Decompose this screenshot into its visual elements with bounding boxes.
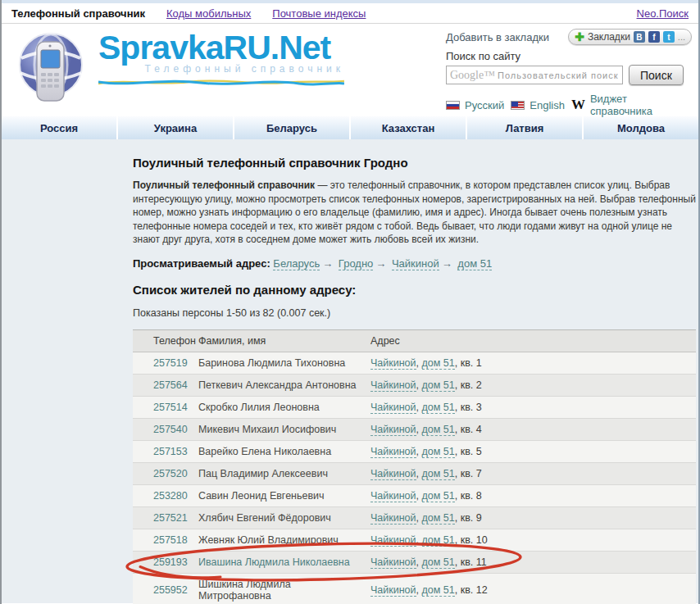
street-link[interactable]: Чайкиной <box>370 357 416 370</box>
table-row: 253280Савин Леонид ЕвгеньевичЧайкиной, д… <box>133 484 696 506</box>
apartment-text: , кв. 10 <box>455 534 488 546</box>
apartment-text: , кв. 9 <box>455 512 482 524</box>
globe-phone-icon <box>10 30 93 106</box>
house-link[interactable]: дом 51 <box>422 357 455 370</box>
page: Телефонный справочник Коды мобильных Поч… <box>0 0 700 604</box>
bookmarks-button-label: Закладки <box>588 31 630 43</box>
phone-link[interactable]: 257153 <box>153 446 188 457</box>
apartment-text: , кв. 3 <box>455 402 482 413</box>
street-link[interactable]: Чайкиной <box>370 512 416 525</box>
neo-search-link[interactable]: Neo.Поиск <box>637 7 689 20</box>
logo-wave-decoration <box>98 76 344 88</box>
phone-link[interactable]: 259193 <box>153 556 188 568</box>
phone-link[interactable]: 257564 <box>153 379 188 391</box>
add-bookmarks-label: Добавить в закладки <box>446 31 549 43</box>
house-link[interactable]: дом 51 <box>422 402 455 414</box>
house-link[interactable]: дом 51 <box>422 534 455 547</box>
house-link[interactable]: дом 51 <box>422 468 455 480</box>
nav-tab-ukraine[interactable]: Украина <box>118 116 234 139</box>
phone-link[interactable]: 255952 <box>153 584 188 596</box>
address-label: Просматриваемый адрес: <box>133 257 270 270</box>
language-russian[interactable]: Русский <box>446 99 504 111</box>
facebook-icon[interactable]: f <box>648 31 660 43</box>
page-title: Поуличный телефонный справочник Гродно <box>133 156 696 170</box>
main-content: Поуличный телефонный справочник Гродно П… <box>133 139 696 604</box>
breadcrumb-link-grodno[interactable]: Гродно <box>339 257 373 270</box>
wikipedia-w-icon: W <box>571 97 585 113</box>
breadcrumb-link-belarus[interactable]: Беларусь <box>273 257 320 270</box>
street-link[interactable]: Чайкиной <box>370 468 416 480</box>
twitter-icon[interactable]: t <box>663 31 675 43</box>
resident-name: Петкевич Александра Антоновна <box>198 379 357 391</box>
nav-tab-latvia[interactable]: Латвия <box>467 116 584 139</box>
street-link[interactable]: Чайкиной <box>370 490 416 502</box>
site-logo[interactable]: SpravkaRU.Net Телефонный справочник <box>10 30 344 106</box>
table-row: 255952Шишкина ЛюдмилаМитрофановнаЧайкино… <box>133 573 696 604</box>
apartment-text: , кв. 4 <box>455 424 482 435</box>
street-link[interactable]: Чайкиной <box>370 446 416 458</box>
topbar-link-postal-codes[interactable]: Почтовые индексы <box>272 7 366 20</box>
phone-link[interactable]: 257519 <box>153 357 188 369</box>
house-link[interactable]: дом 51 <box>422 379 455 392</box>
results-info: Показаны персоны 1-50 из 82 (0.007 сек.) <box>133 307 696 319</box>
street-link[interactable]: Чайкиной <box>370 534 416 547</box>
house-link[interactable]: дом 51 <box>422 446 455 458</box>
nav-tab-moldova[interactable]: Молдова <box>584 116 698 139</box>
widget-link-label: Виджет справочника <box>590 93 692 117</box>
house-link[interactable]: дом 51 <box>422 490 455 502</box>
resident-name: Жевняк Юлий Владимирович <box>198 534 339 546</box>
house-link[interactable]: дом 51 <box>422 512 455 525</box>
resident-name: Скробко Лилия Леоновна <box>198 402 320 413</box>
resident-name: Савин Леонид Евгеньевич <box>198 490 325 502</box>
search-button[interactable]: Поиск <box>629 65 684 85</box>
intro-bold-lead: Поуличный телефонный справочник <box>133 179 315 191</box>
breadcrumb: Просматриваемый адрес: Беларусь→ Гродно→… <box>133 257 696 270</box>
table-row: 259193Ивашина Людмила НиколаевнаЧайкиной… <box>133 551 696 573</box>
residents-table: Телефон Фамилия, имя Адрес 257519Баринов… <box>133 329 696 604</box>
table-header-address: Адрес <box>370 329 696 352</box>
phone-link[interactable]: 257514 <box>153 402 188 413</box>
nav-tab-belarus[interactable]: Беларусь <box>234 116 351 139</box>
breadcrumb-link-dom51[interactable]: дом 51 <box>457 257 492 270</box>
street-link[interactable]: Чайкиной <box>370 584 416 597</box>
phone-link[interactable]: 253280 <box>153 490 188 502</box>
apartment-text: , кв. 1 <box>455 357 482 369</box>
breadcrumb-arrow: → <box>320 257 335 270</box>
more-dots[interactable]: ... <box>678 32 685 42</box>
header: SpravkaRU.Net Телефонный справочник Доба… <box>2 24 698 109</box>
breadcrumb-link-chaykinoy[interactable]: Чайкиной <box>392 257 439 270</box>
site-search-input[interactable] <box>446 66 623 84</box>
house-link[interactable]: дом 51 <box>422 556 455 569</box>
phone-link[interactable]: 257518 <box>153 534 188 546</box>
house-link[interactable]: дом 51 <box>422 584 455 597</box>
table-row: 257514Скробко Лилия ЛеоновнаЧайкиной, до… <box>133 396 696 418</box>
street-link[interactable]: Чайкиной <box>370 379 416 392</box>
language-english[interactable]: English <box>511 99 565 111</box>
nav-tab-russia[interactable]: Россия <box>2 116 118 139</box>
street-link[interactable]: Чайкиной <box>370 402 416 414</box>
house-link[interactable]: дом 51 <box>422 424 455 436</box>
table-row: 257540Микевич Михаил ИосифовичЧайкиной, … <box>133 418 696 440</box>
table-row: 257564Петкевич Александра АнтоновнаЧайки… <box>133 374 696 396</box>
widget-link[interactable]: W Виджет справочника <box>571 93 692 117</box>
street-link[interactable]: Чайкиной <box>370 424 416 436</box>
phone-link[interactable]: 257540 <box>153 424 188 435</box>
apartment-text: , кв. 2 <box>455 379 482 391</box>
table-row: 257520Пац Владимир АлексеевичЧайкиной, д… <box>133 462 696 484</box>
bookmarks-button[interactable]: ✚ Закладки В f t ... <box>568 29 692 45</box>
phone-link[interactable]: 257521 <box>153 512 188 524</box>
table-header-row: Телефон Фамилия, имя Адрес <box>133 329 696 352</box>
vk-icon[interactable]: В <box>634 31 645 43</box>
resident-name: Шишкина ЛюдмилаМитрофановна <box>198 579 291 602</box>
apartment-text: , кв. 7 <box>455 468 482 479</box>
table-row: 257521Хлябич Евгений ФёдоровичЧайкиной, … <box>133 506 696 529</box>
topbar-title: Телефонный справочник <box>11 7 145 20</box>
street-link[interactable]: Чайкиной <box>370 556 416 569</box>
nav-tab-kazakhstan[interactable]: Казахстан <box>351 116 467 139</box>
us-flag-icon <box>511 101 525 110</box>
phone-link[interactable]: 257520 <box>153 468 188 479</box>
topbar-link-mobile-codes[interactable]: Коды мобильных <box>166 7 251 20</box>
apartment-text: , кв. 12 <box>455 584 488 596</box>
resident-name: Хлябич Евгений Фёдорович <box>198 512 331 524</box>
table-row: 257519Баринова Людмила ТихоновнаЧайкиной… <box>133 352 696 374</box>
